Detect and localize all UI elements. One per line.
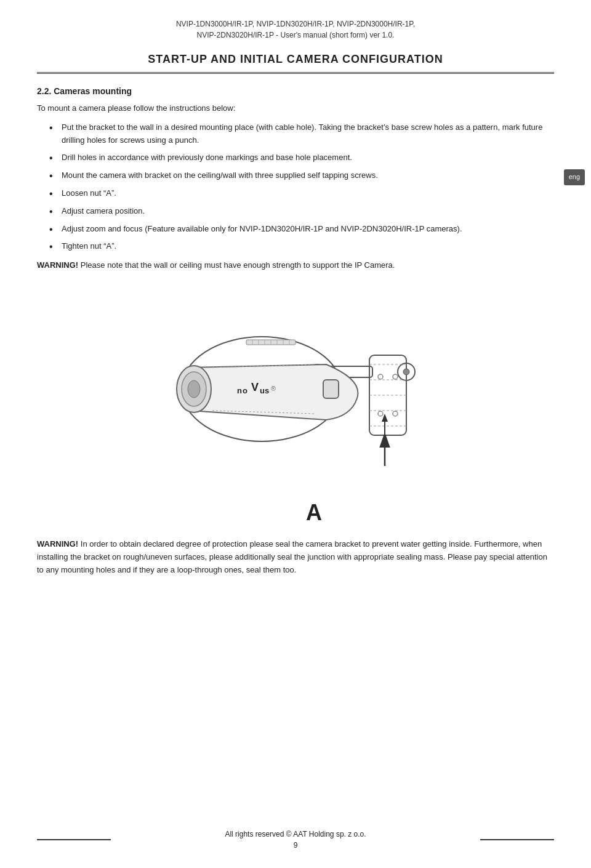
intro-text: To mount a camera please follow the inst… <box>37 102 554 115</box>
list-item: Tighten nut “A”. <box>49 240 554 253</box>
footer: All rights reserved © AAT Holding sp. z … <box>0 830 591 850</box>
list-item: Mount the camera with bracket on the cei… <box>49 169 554 182</box>
svg-rect-28 <box>323 380 339 398</box>
svg-text:no: no <box>237 386 248 395</box>
header-line2: NVIP-2DN3020H/IR-1P - User's manual (sho… <box>197 31 395 39</box>
svg-text:us: us <box>260 386 269 395</box>
subsection-label: Cameras mounting <box>54 86 132 96</box>
footer-line-left <box>37 839 111 840</box>
warning1-label: WARNING! <box>37 260 78 270</box>
camera-illustration: no V us ® <box>37 284 554 494</box>
label-a: A <box>74 500 554 526</box>
list-item: Adjust camera position. <box>49 205 554 218</box>
bullet-list: Put the bracket to the wall in a desired… <box>37 121 554 253</box>
warning1-text: Please note that the wall or ceiling mus… <box>78 260 395 270</box>
document-header: NVIP-1DN3000H/IR-1P, NVIP-1DN3020H/IR-1P… <box>37 18 554 41</box>
footer-text: All rights reserved © AAT Holding sp. z … <box>111 830 480 850</box>
svg-text:V: V <box>251 381 259 393</box>
svg-point-30 <box>393 374 398 379</box>
header-line1: NVIP-1DN3000H/IR-1P, NVIP-1DN3020H/IR-1P… <box>176 20 415 28</box>
list-item: Loosen nut “A”. <box>49 187 554 200</box>
svg-point-32 <box>393 411 398 416</box>
warning1: WARNING! Please note that the wall or ce… <box>37 259 554 272</box>
eng-badge: eng <box>564 169 585 185</box>
warning2-label: WARNING! <box>37 539 78 549</box>
footer-page: 9 <box>111 841 480 850</box>
svg-point-15 <box>188 380 200 398</box>
list-item: Drill holes in accordance with previousl… <box>49 151 554 164</box>
list-item: Adjust zoom and focus (Feature available… <box>49 223 554 236</box>
heading-divider <box>37 72 554 74</box>
section-heading: START-UP AND INITIAL CAMERA CONFIGURATIO… <box>37 53 554 66</box>
svg-point-29 <box>378 374 383 379</box>
footer-copyright: All rights reserved © AAT Holding sp. z … <box>111 830 480 838</box>
warning2-text: In order to obtain declared degree of pr… <box>37 539 547 574</box>
list-item: Put the bracket to the wall in a desired… <box>49 121 554 147</box>
camera-svg: no V us ® <box>142 294 449 484</box>
bullets-section: Put the bracket to the wall in a desired… <box>37 121 554 253</box>
svg-point-4 <box>403 369 409 375</box>
warning2: WARNING! In order to obtain declared deg… <box>37 538 554 576</box>
svg-point-31 <box>378 411 383 416</box>
subsection-number: 2.2. <box>37 86 51 96</box>
page: NVIP-1DN3000H/IR-1P, NVIP-1DN3020H/IR-1P… <box>0 0 591 868</box>
footer-line-right <box>480 839 554 840</box>
subsection-title: 2.2. Cameras mounting <box>37 86 554 96</box>
svg-text:®: ® <box>271 385 276 392</box>
